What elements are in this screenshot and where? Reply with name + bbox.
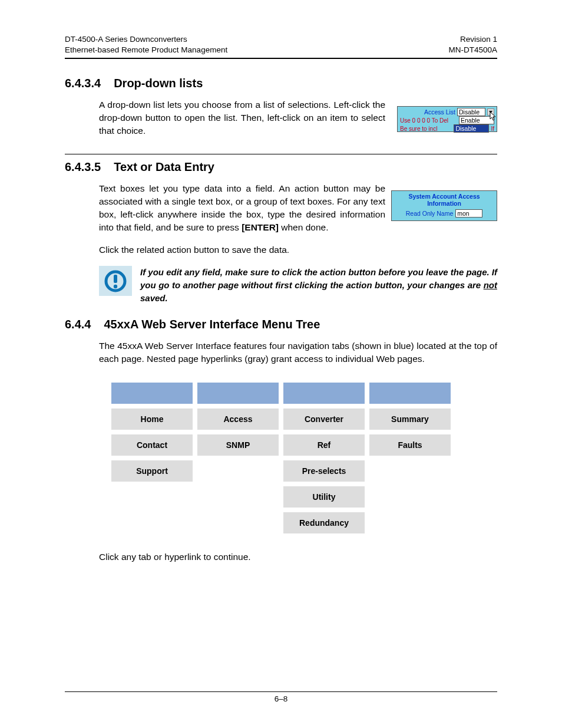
dropdown-access-label: Access List <box>400 108 455 116</box>
link-access[interactable]: Access <box>197 408 279 430</box>
section-number: 6.4.4 <box>65 318 91 331</box>
tab-config[interactable] <box>283 382 365 404</box>
section-number: 6.4.3.4 <box>65 77 101 90</box>
cursor-icon <box>490 111 498 122</box>
link-contact[interactable]: Contact <box>111 434 193 456</box>
link-redundancy[interactable]: Redundancy <box>283 512 365 534</box>
textentry-demo-image: System Account Access Information Read O… <box>391 190 497 221</box>
svg-point-2 <box>114 285 117 288</box>
section-separator <box>65 154 497 154</box>
page-footer: 6–8 <box>65 691 497 703</box>
note-callout: If you edit any field, make sure to clic… <box>99 266 497 304</box>
header-right-line1: Revision 1 <box>448 34 497 45</box>
section-heading-644: 6.4.4 45xxA Web Server Interface Menu Tr… <box>65 318 497 331</box>
section-title: Text or Data Entry <box>114 160 214 174</box>
header-right-line2: MN-DT4500A <box>448 45 497 55</box>
textentry-field-label: Read Only Name <box>406 210 454 217</box>
link-ref[interactable]: Ref <box>283 434 365 456</box>
svg-rect-1 <box>114 275 117 283</box>
header-left-line2: Ethernet-based Remote Product Management <box>65 45 227 55</box>
section-number: 6.4.3.5 <box>65 160 101 174</box>
dropdown-trailing-text: If <box>491 126 494 132</box>
readonly-name-input[interactable] <box>455 209 482 218</box>
dropdown-hint-2: Be sure to incl <box>400 126 452 132</box>
section-heading-6434: 6.4.3.4 Drop-down lists <box>65 77 497 90</box>
tab-admin[interactable] <box>197 382 279 404</box>
tab-home[interactable] <box>111 382 193 404</box>
section-644-footer: Click any tab or hyperlink to continue. <box>99 551 497 564</box>
textentry-title: System Account Access Information <box>395 193 494 207</box>
dropdown-option-enable[interactable]: Enable <box>459 116 494 124</box>
dropdown-demo-image: Access List Disable Use 0 0 0 0 To Del E… <box>397 106 497 132</box>
warning-icon <box>99 266 132 296</box>
link-preselects[interactable]: Pre-selects <box>283 460 365 482</box>
link-support[interactable]: Support <box>111 460 193 482</box>
link-summary[interactable]: Summary <box>369 408 451 430</box>
tab-status[interactable] <box>369 382 451 404</box>
link-faults[interactable]: Faults <box>369 434 451 456</box>
section-6435-body2: Click the related action button to save … <box>99 243 497 256</box>
section-644-body: The 45xxA Web Server Interface features … <box>99 340 497 365</box>
menu-tree-table: Home Access Converter Summary Contact SN… <box>107 378 455 538</box>
dropdown-select[interactable]: Disable <box>457 108 485 116</box>
section-heading-6435: 6.4.3.5 Text or Data Entry <box>65 160 497 174</box>
link-converter[interactable]: Converter <box>283 408 365 430</box>
section-title: 45xxA Web Server Interface Menu Tree <box>104 318 320 331</box>
page-header: DT-4500-A Series Downconverters Ethernet… <box>65 34 497 59</box>
dropdown-option-disable-selected[interactable]: Disable <box>454 124 489 133</box>
note-text: If you edit any field, make sure to clic… <box>140 266 497 304</box>
header-left-line1: DT-4500-A Series Downconverters <box>65 34 227 45</box>
page-number: 6–8 <box>275 694 288 703</box>
section-title: Drop-down lists <box>114 77 203 90</box>
link-home[interactable]: Home <box>111 408 193 430</box>
link-snmp[interactable]: SNMP <box>197 434 279 456</box>
link-utility[interactable]: Utility <box>283 486 365 508</box>
dropdown-hint-1: Use 0 0 0 0 To Del <box>400 117 457 124</box>
